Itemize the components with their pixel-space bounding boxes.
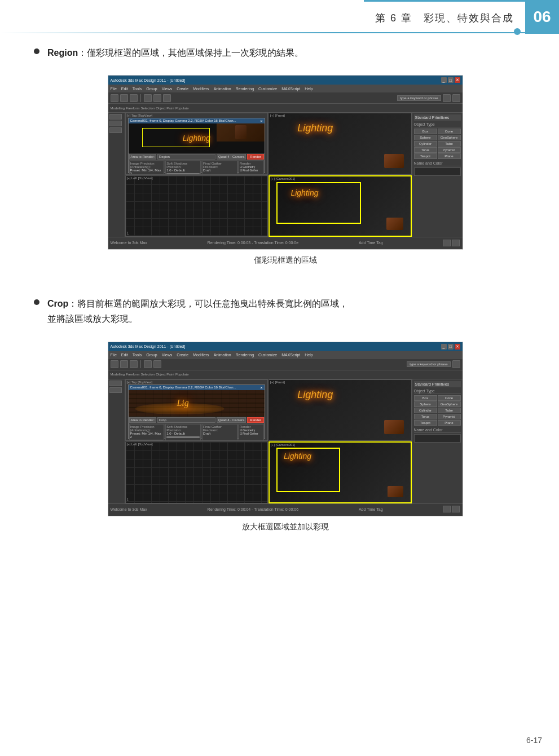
toolbar-btn-7[interactable] [443,94,451,102]
left-icon-3[interactable] [109,127,122,133]
close-btn-2[interactable]: ✕ [455,344,460,350]
header-line [0,32,559,33]
toolbar-btn2-1[interactable] [111,360,118,368]
torus-btn-2[interactable]: Torus [414,414,437,419]
nav-btn2-1[interactable] [443,506,451,512]
geosphere-btn-2[interactable]: GeoSphere [438,401,461,407]
toolbar-btn-4[interactable] [144,94,152,102]
toolbar-btn2-5[interactable] [153,360,161,368]
search-box-2[interactable]: type a keyword or phrase [407,361,450,367]
shad-prec-slider-1[interactable] [166,173,200,175]
left-icon2-1[interactable] [109,381,122,386]
render-btn-1[interactable]: Render [247,154,264,160]
render-time-2: Rendering Time: 0:00:04 - Translation Ti… [208,507,298,511]
menu-views-2[interactable]: Views [162,353,173,357]
menu-help-2[interactable]: Help [305,353,312,357]
left-icon-1[interactable] [109,114,122,120]
pyramid-btn-2[interactable]: Pyramid [438,414,461,419]
nav-btn-2[interactable] [452,240,460,246]
menu-help-1[interactable]: Help [305,87,312,91]
menu-animation-1[interactable]: Animation [214,87,231,91]
menu-maxscript-1[interactable]: MAXScript [281,87,300,91]
area-dropdown-1[interactable]: Region [157,154,215,160]
menu-animation-2[interactable]: Animation [214,353,231,357]
viewport-topleft-2: [+] Top [TopView] Camera001, frame 0, Di… [125,379,269,441]
minimize-btn-2[interactable]: _ [441,344,447,350]
minimize-btn-1[interactable]: _ [441,77,447,83]
viewport-select-2[interactable]: Quad 4 - Camera [217,417,246,423]
pyramid-btn-1[interactable]: Pyramid [438,147,461,153]
menu-maxscript-2[interactable]: MAXScript [281,353,300,357]
cyl-btn-2[interactable]: Cylinder [414,408,437,413]
toolbar-btn-5[interactable] [153,94,161,102]
toolbar-btn2-4[interactable] [144,360,152,368]
toolbar-btn-6[interactable] [163,94,171,102]
img-prec-slider-2[interactable] [130,440,164,441]
toolbar-btn2-6[interactable] [452,360,460,368]
objectpaint-label: Object Paint [156,107,174,110]
plane-btn-1[interactable]: Plane [438,153,461,159]
menu-modifiers-2[interactable]: Modifiers [193,353,209,357]
name-color-field-2[interactable] [414,434,461,443]
cyl-btn-1[interactable]: Cylinder [414,141,437,147]
sphere-btn-2[interactable]: Sphere [414,401,437,407]
teapot-btn-2[interactable]: Teapot [414,420,437,426]
barrel-cam-2 [388,486,403,497]
titlebar-text-1: Autodesk 3ds Max Design 2011 - [Untitled… [111,78,186,82]
left-icon2-2[interactable] [109,387,122,393]
box-btn-2[interactable]: Box [414,395,437,401]
menu-group-2[interactable]: Group [146,353,157,357]
viewport-select-1[interactable]: Quad 4 - Camera [217,154,246,160]
cone-btn-2[interactable]: Cone [438,395,461,401]
shad-prec-slider-2[interactable] [166,436,200,438]
menu-group-1[interactable]: Group [146,87,157,91]
tube-btn-1[interactable]: Tube [438,141,461,147]
menu-tools-2[interactable]: Tools [133,353,142,357]
toolbar-btn-3[interactable] [130,94,138,102]
area-dropdown-2[interactable]: Crop [157,417,215,423]
final-gather-2: Final Gather Precision: Draft [202,424,237,441]
sphere-btn-1[interactable]: Sphere [414,135,437,140]
menu-edit-2[interactable]: Edit [121,353,128,357]
cone-btn-1[interactable]: Cone [438,129,461,134]
close-btn-1[interactable]: ✕ [455,77,460,83]
menu-customize-1[interactable]: Customize [258,87,277,91]
vp-label-bottomleft-2: [+] Left [TopView] [127,443,153,446]
menu-views-1[interactable]: Views [162,87,173,91]
name-color-field-1[interactable] [414,167,461,176]
region-selection-1 [276,182,361,224]
menu-modifiers-1[interactable]: Modifiers [193,87,209,91]
nav-btn2-2[interactable] [452,506,460,512]
tube-btn-2[interactable]: Tube [438,408,461,413]
menu-edit-1[interactable]: Edit [121,87,128,91]
search-box-1[interactable]: type a keyword or phrase [397,95,441,101]
plane-btn-2[interactable]: Plane [438,420,461,426]
render-dialog-1: Camera001, frame 0, Display Gamma 2.2, R… [128,118,266,173]
box-btn-1[interactable]: Box [414,129,437,134]
toolbar-btn2-3[interactable] [130,360,138,368]
menubar-2: File Edit Tools Group Views Create Modif… [108,351,463,359]
menu-create-1[interactable]: Create [177,87,188,91]
torus-btn-1[interactable]: Torus [414,147,437,153]
teapot-btn-1[interactable]: Teapot [414,153,437,159]
toolbar-btn-2[interactable] [120,94,128,102]
maximize-btn-2[interactable]: □ [448,344,454,350]
menu-rendering-1[interactable]: Rendering [236,87,254,91]
left-icon-2[interactable] [109,121,122,126]
render-btn-2[interactable]: Render [247,417,264,423]
menu-customize-2[interactable]: Customize [258,353,277,357]
menu-tools-1[interactable]: Tools [133,87,142,91]
menu-file-1[interactable]: File [111,87,117,91]
toolbar-btn2-2[interactable] [120,360,128,368]
statusbar-1: Welcome to 3ds Max Rendering Time: 0:00:… [108,237,463,248]
menu-create-2[interactable]: Create [177,353,188,357]
maximize-btn-1[interactable]: □ [448,77,454,83]
menu-file-2[interactable]: File [111,353,117,357]
nav-btn-1[interactable] [443,240,451,246]
geosphere-btn-1[interactable]: GeoSphere [438,135,461,140]
toolbar-btn-1[interactable] [111,94,118,102]
crop-term: Crop [47,299,68,308]
toolbar-btn-8[interactable] [452,94,460,102]
menu-rendering-2[interactable]: Rendering [236,353,254,357]
render-canvas-1: Lighting [129,123,265,153]
